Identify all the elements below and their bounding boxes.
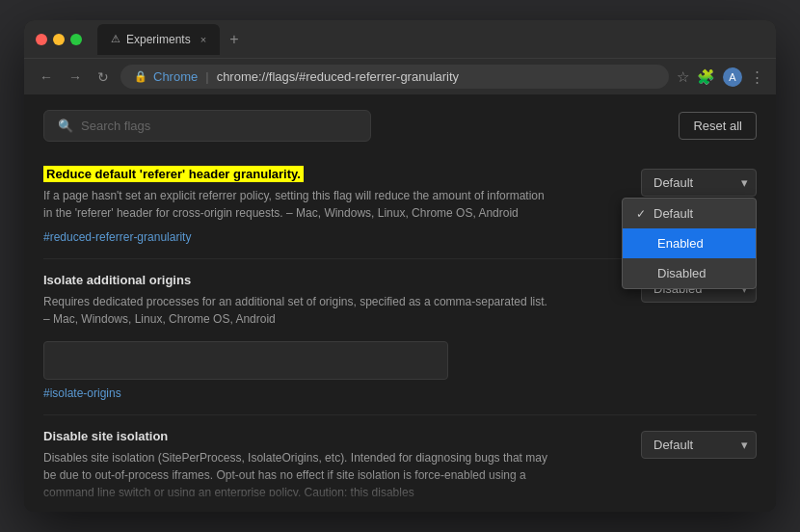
forward-button[interactable]: →	[65, 67, 86, 87]
reset-all-button[interactable]: Reset all	[679, 112, 757, 140]
close-button[interactable]	[36, 34, 47, 45]
active-tab[interactable]: ⚠ Experiments ×	[97, 24, 220, 55]
main-content: 🔍 Search flags Reset all Reduce default …	[24, 94, 776, 512]
flag-title-disable-site-isolation: Disable site isolation	[43, 429, 602, 443]
address-path: chrome://flags/#reduced-referrer-granula…	[217, 69, 459, 84]
extensions-icon[interactable]: 🧩	[697, 68, 715, 86]
dropdown-menu-reduced-referrer: Default Enabled Disabled	[622, 198, 757, 289]
dropdown-button-disable-site[interactable]: Default	[641, 431, 757, 459]
addressbar: ← → ↻ 🔒 Chrome | chrome://flags/#reduced…	[24, 59, 776, 94]
flag-desc-disable-site-isolation: Disables site isolation (SitePerProcess,…	[43, 449, 554, 496]
dropdown-disable-site-isolation[interactable]: Default	[641, 431, 757, 459]
tab-title: Experiments	[126, 33, 191, 46]
tab-close-button[interactable]: ×	[200, 34, 206, 45]
minimize-button[interactable]	[53, 34, 65, 45]
chrome-label: Chrome	[153, 69, 198, 84]
address-separator: |	[205, 69, 208, 84]
addressbar-actions: ☆ 🧩 A ⋮	[677, 67, 764, 87]
titlebar: ⚠ Experiments × +	[24, 20, 776, 59]
flag-entry-reduced-referrer: Reduce default 'referer' header granular…	[43, 153, 757, 259]
search-placeholder: Search flags	[81, 119, 150, 133]
star-icon[interactable]: ☆	[677, 68, 689, 86]
browser-window: ⚠ Experiments × + ← → ↻ 🔒 Chrome | chrom…	[24, 20, 776, 512]
flags-list: Reduce default 'referer' header granular…	[43, 153, 757, 496]
flag-control-disable-site-isolation: Default	[641, 431, 757, 459]
flag-title-reduced-referrer: Reduce default 'referer' header granular…	[43, 167, 602, 181]
new-tab-button[interactable]: +	[224, 31, 244, 48]
address-field[interactable]: 🔒 Chrome | chrome://flags/#reduced-refer…	[120, 65, 669, 89]
avatar-icon[interactable]: A	[723, 67, 742, 87]
isolate-origins-input[interactable]	[43, 341, 448, 380]
dropdown-value-disable-site: Default	[653, 438, 693, 452]
back-button[interactable]: ←	[36, 67, 57, 87]
refresh-button[interactable]: ↻	[93, 67, 113, 87]
dropdown-reduced-referrer[interactable]: Default Default Enabled Disabled	[641, 169, 757, 197]
flag-desc-isolate-origins: Requires dedicated processes for an addi…	[43, 293, 554, 328]
flag-title-isolate-origins: Isolate additional origins	[43, 273, 602, 287]
dropdown-option-enabled[interactable]: Enabled	[623, 228, 756, 258]
dropdown-option-default-label: Default	[653, 206, 693, 221]
search-icon: 🔍	[58, 119, 73, 133]
menu-icon[interactable]: ⋮	[750, 68, 764, 86]
flag-link-isolate-origins[interactable]: #isolate-origins	[43, 386, 121, 400]
maximize-button[interactable]	[70, 34, 82, 45]
dropdown-option-default[interactable]: Default	[623, 199, 756, 228]
dropdown-button-reduced-referrer[interactable]: Default	[641, 169, 757, 197]
flag-desc-reduced-referrer: If a page hasn't set an explicit referre…	[43, 187, 554, 222]
search-box[interactable]: 🔍 Search flags	[43, 110, 371, 142]
lock-icon: 🔒	[134, 70, 147, 83]
flag-link-reduced-referrer[interactable]: #reduced-referrer-granularity	[43, 230, 191, 244]
dropdown-option-disabled-label: Disabled	[657, 266, 707, 280]
traffic-lights	[36, 34, 82, 45]
dropdown-option-disabled[interactable]: Disabled	[623, 258, 756, 288]
search-row: 🔍 Search flags Reset all	[43, 110, 757, 142]
tab-warning-icon: ⚠	[111, 33, 120, 45]
dropdown-selected-value: Default	[653, 175, 693, 190]
flag-entry-disable-site-isolation: Disable site isolation Disables site iso…	[43, 415, 757, 496]
tab-area: ⚠ Experiments × +	[97, 24, 764, 55]
flag-control-reduced-referrer: Default Default Enabled Disabled	[641, 169, 757, 197]
dropdown-option-enabled-label: Enabled	[657, 236, 704, 251]
flag-title-highlight: Reduce default 'referer' header granular…	[43, 166, 304, 182]
